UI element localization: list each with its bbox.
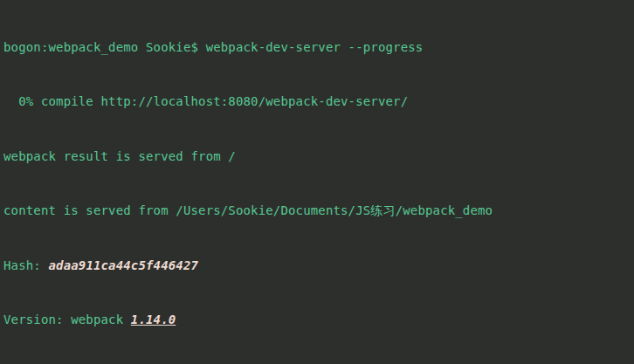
hash-line: Hash: adaa911ca44c5f446427 (3, 257, 634, 275)
compile-progress-text: 0% compile http://localhost:8080/webpack… (3, 94, 408, 108)
content-served-text: content is served from /Users/Sookie/Doc… (3, 203, 493, 217)
compile-progress-line: 0% compile http://localhost:8080/webpack… (3, 93, 634, 111)
terminal-window: bogon:webpack_demo Sookie$ webpack-dev-s… (0, 0, 634, 364)
hash-label: Hash: (3, 258, 48, 272)
shell-prompt-line: bogon:webpack_demo Sookie$ webpack-dev-s… (3, 38, 634, 57)
content-served-line: content is served from /Users/Sookie/Doc… (3, 202, 634, 220)
version-line: Version: webpack 1.14.0 (3, 311, 634, 329)
hash-value: adaa911ca44c5f446427 (48, 258, 198, 272)
webpack-result-text: webpack result is served from / (3, 149, 236, 163)
webpack-result-line: webpack result is served from / (3, 148, 634, 166)
prompt-and-command: bogon:webpack_demo Sookie$ webpack-dev-s… (3, 40, 423, 54)
version-value: 1.14.0 (131, 312, 176, 326)
version-label: Version: webpack (3, 312, 131, 326)
